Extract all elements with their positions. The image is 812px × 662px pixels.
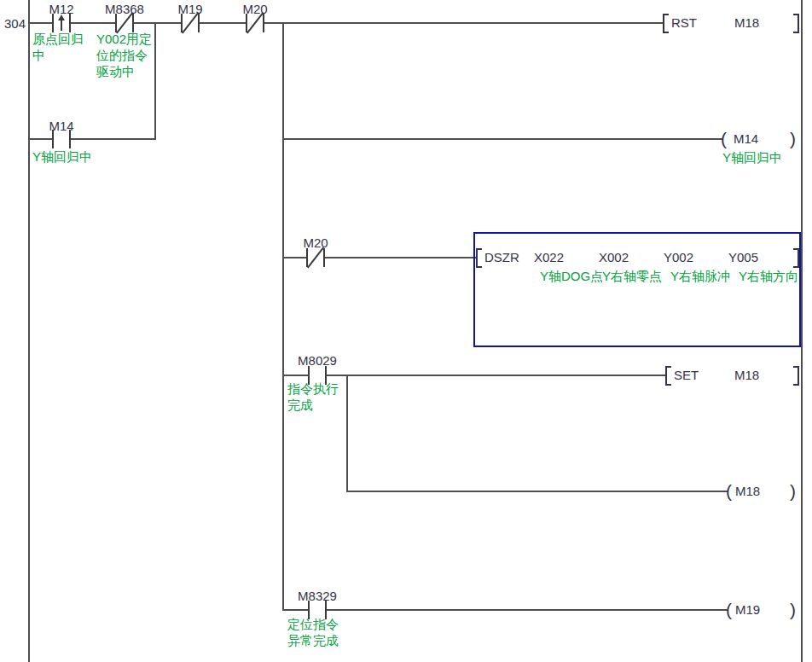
contact-comment: Y002用定 位的指令 驱动中 (96, 31, 152, 79)
contact-m8368[interactable] (115, 14, 134, 32)
wire (325, 257, 476, 258)
wire (71, 22, 115, 24)
bracket-close-icon (793, 248, 799, 268)
instruction-operand: M18 (734, 369, 759, 381)
contact-label: M8329 (283, 589, 351, 602)
right-power-rail (801, 0, 803, 662)
rung-step-number: 304 (0, 16, 26, 31)
nc-slash-icon (307, 247, 324, 269)
contact-m12[interactable] (52, 14, 71, 32)
rising-edge-arrow-icon (61, 19, 62, 31)
operand-comment: Y右轴方向 (739, 269, 798, 283)
wire (282, 375, 308, 376)
coil-paren-close: ) (790, 481, 796, 502)
bracket-open-icon (476, 248, 482, 268)
contact-bar (306, 248, 308, 267)
contact-label: M8029 (283, 354, 351, 367)
wire (154, 22, 156, 140)
wire (29, 138, 52, 140)
instruction-mnemonic: RST (671, 16, 697, 29)
bracket-open-icon (663, 14, 669, 33)
contact-comment: 定位指令 异常完成 (287, 616, 339, 648)
contact-label: M19 (156, 3, 224, 15)
coil-paren-open: ( (721, 129, 727, 149)
contact-bar (115, 14, 117, 32)
contact-bar (181, 14, 183, 32)
contact-comment: Y轴回归中 (32, 148, 92, 165)
left-power-rail (28, 0, 30, 662)
contact-bar (198, 14, 200, 32)
contact-m20-dszr[interactable] (306, 248, 325, 267)
instruction-operand: Y002 (664, 251, 693, 264)
instruction-operand: X002 (599, 251, 629, 264)
wire (282, 609, 308, 611)
contact-m19[interactable] (181, 14, 200, 32)
contact-bar (246, 14, 247, 32)
coil-paren-open: ( (726, 600, 732, 620)
coil-paren-close: ) (790, 129, 796, 149)
wire (134, 22, 181, 24)
instruction-mnemonic: SET (674, 369, 699, 381)
contact-label: M8368 (90, 3, 159, 15)
contact-bar (69, 14, 71, 32)
wire (282, 22, 284, 611)
bracket-close-icon (793, 366, 799, 386)
contact-comment: 指令执行 完成 (287, 380, 339, 413)
contact-m20-row1[interactable] (246, 14, 264, 32)
wire (200, 22, 246, 24)
wire (346, 491, 728, 492)
instruction-operand: X022 (534, 251, 564, 264)
coil-label: M14 (734, 132, 758, 145)
contact-bar (263, 14, 264, 32)
wire (282, 257, 306, 258)
wire (29, 22, 52, 24)
operand-comment: Y右轴零点 (602, 269, 662, 283)
coil-paren-open: ( (726, 481, 732, 502)
coil-label: M18 (735, 485, 760, 497)
coil-comment: Y轴回归中 (722, 149, 782, 166)
wire (346, 375, 348, 492)
wire (327, 375, 665, 376)
coil-paren-close: ) (790, 600, 796, 620)
operand-comment: Y轴DOG点 (540, 269, 602, 283)
coil-label: M19 (735, 603, 760, 616)
instruction-operand: Y005 (728, 251, 758, 264)
contact-label: M20 (281, 236, 350, 249)
contact-label: M12 (27, 3, 96, 15)
contact-bar (52, 14, 54, 32)
wire (327, 609, 728, 611)
instruction-operand: M18 (734, 16, 759, 29)
contact-bar (323, 248, 325, 267)
contact-bar (132, 14, 134, 32)
contact-label: M14 (27, 119, 96, 132)
wire (284, 138, 722, 140)
contact-comment: 原点回归 中 (32, 31, 84, 63)
instruction-mnemonic: DSZR (484, 251, 519, 264)
wire (71, 138, 156, 140)
bracket-close-icon (793, 14, 799, 33)
contact-label: M20 (221, 3, 289, 15)
ladder-editor-canvas[interactable]: 304 M12 原点回归 中 M8368 Y002用定 位的指令 驱动中 (0, 0, 812, 662)
bracket-open-icon (665, 366, 671, 386)
wire (264, 22, 663, 24)
operand-comment: Y右轴脉冲 (670, 269, 730, 283)
